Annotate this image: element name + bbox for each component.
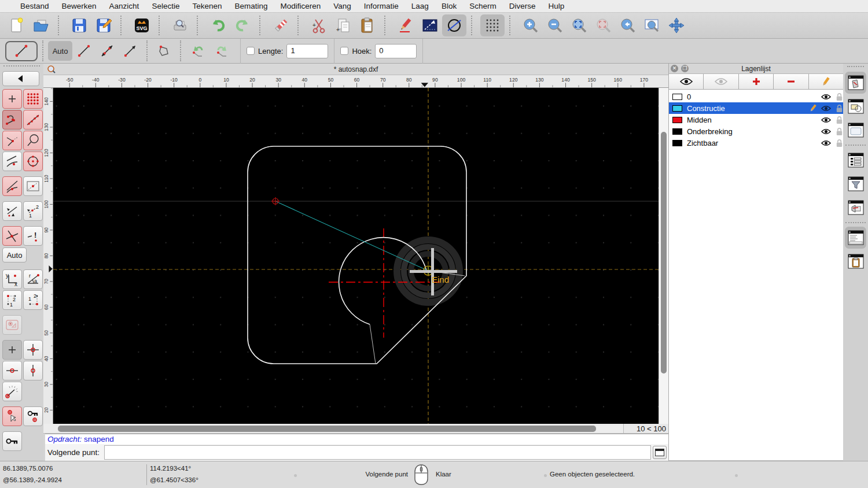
command-input[interactable] <box>104 445 651 460</box>
snap-nearest-button[interactable] <box>2 151 22 171</box>
hatch-dock-button[interactable] <box>845 197 866 219</box>
restrict-orthogonal-button[interactable] <box>23 340 43 360</box>
library-browser-dock-button[interactable] <box>845 119 866 141</box>
menu-bewerken[interactable]: Bewerken <box>56 0 103 13</box>
add-layer-button[interactable] <box>739 74 774 89</box>
menu-diverse[interactable]: Diverse <box>503 0 542 13</box>
line-both-directions-button[interactable] <box>95 41 119 61</box>
line-auto-mode-button[interactable]: Auto <box>48 41 72 61</box>
coords-polar-button[interactable]: ra <box>23 269 43 289</box>
snap-free-button[interactable] <box>2 89 22 109</box>
snap-intersection-button[interactable] <box>2 226 22 246</box>
cam-tool-button[interactable] <box>2 315 22 335</box>
line-ray-button[interactable] <box>119 41 142 61</box>
menu-hulp[interactable]: Hulp <box>542 0 571 13</box>
undo-segment-button[interactable] <box>186 41 210 61</box>
layer-visibility-icon[interactable] <box>818 116 827 124</box>
zoom-auto-button[interactable] <box>567 14 591 36</box>
corner-12-a-button[interactable]: 12 <box>2 290 22 310</box>
zoom-selection-button[interactable] <box>591 14 616 36</box>
layer-row-zichtbaar[interactable]: Zichtbaar <box>669 137 843 149</box>
lock-relative-zero-target-button[interactable] <box>23 406 43 426</box>
paste-button[interactable] <box>355 14 380 36</box>
redo-button[interactable] <box>230 14 255 36</box>
restrict-vertical-button[interactable] <box>23 361 43 380</box>
snap-distance-button[interactable] <box>23 131 43 150</box>
angle-gauge-button[interactable] <box>2 382 22 401</box>
current-tool-line-button[interactable] <box>5 41 38 61</box>
isometric-view-button[interactable] <box>442 14 466 36</box>
zoom-out-button[interactable] <box>543 14 567 36</box>
snap-on-entity-button[interactable] <box>23 110 43 130</box>
snap-auto-button[interactable]: Auto <box>2 247 27 263</box>
clipboard-dock-button[interactable] <box>845 250 866 272</box>
save-as-button[interactable] <box>91 14 116 36</box>
layer-edit-pencil-icon[interactable] <box>804 104 814 113</box>
svg-export-button[interactable]: SVG <box>130 14 154 36</box>
draw-pencil-button[interactable] <box>393 14 418 36</box>
delete-button[interactable] <box>269 14 293 36</box>
snap-grid-button[interactable] <box>23 89 43 109</box>
hoek-input[interactable]: 0 <box>375 44 417 58</box>
layer-row-0[interactable]: 0 <box>669 91 843 102</box>
menu-informatie[interactable]: Informatie <box>358 0 405 13</box>
menu-aanzicht[interactable]: Aanzicht <box>103 0 146 13</box>
snap-perpendicular-button[interactable] <box>2 131 22 150</box>
layer-row-onderbreking[interactable]: Onderbreking <box>669 125 843 137</box>
cut-button[interactable]: + <box>307 14 331 36</box>
set-relative-zero-button[interactable] <box>2 406 22 426</box>
save-button[interactable] <box>67 14 91 36</box>
layer-visibility-icon[interactable] <box>818 93 827 101</box>
vertical-scrollbar-thumb[interactable] <box>661 132 667 374</box>
vertical-scrollbar[interactable] <box>659 88 668 424</box>
hide-all-layers-button[interactable] <box>704 74 738 89</box>
layer-lock-icon[interactable] <box>831 93 841 101</box>
menu-tekenen[interactable]: Tekenen <box>186 0 228 13</box>
detach-icon[interactable]: ❐ <box>681 65 689 72</box>
command-window-button[interactable] <box>653 446 667 459</box>
snap-endpoints-button[interactable] <box>2 110 22 130</box>
snap-distance-12-button[interactable]: 12 <box>23 201 43 221</box>
menu-scherm[interactable]: Scherm <box>463 0 503 13</box>
menu-selectie[interactable]: Selectie <box>145 0 186 13</box>
layer-lock-icon[interactable] <box>831 139 841 147</box>
snap-center-button[interactable] <box>23 151 43 171</box>
block-list-dock-button[interactable] <box>845 95 866 117</box>
layer-lock-icon[interactable] <box>831 116 841 124</box>
corner-12-b-button[interactable]: 12 <box>23 290 43 310</box>
drawing-canvas[interactable]: Eind <box>53 88 659 424</box>
coords-cartesian-button[interactable]: yx <box>2 269 22 289</box>
layer-lock-icon[interactable] <box>831 104 841 113</box>
layer-visibility-icon[interactable] <box>818 127 827 136</box>
zoom-window-button[interactable] <box>640 14 664 36</box>
menu-laag[interactable]: Laag <box>405 0 435 13</box>
ortho-restrict-button[interactable] <box>418 14 442 36</box>
line-single-button[interactable] <box>72 41 95 61</box>
snap-middle-button[interactable] <box>23 176 43 196</box>
snap-reference-button[interactable] <box>2 201 22 221</box>
layer-visibility-icon[interactable] <box>818 139 827 147</box>
menu-vang[interactable]: Vang <box>327 0 358 13</box>
close-icon[interactable]: ✕ <box>671 65 678 72</box>
lengte-input[interactable]: 1 <box>286 44 328 58</box>
lock-relative-zero-button[interactable] <box>2 431 22 451</box>
zoom-in-button[interactable] <box>518 14 543 36</box>
back-button[interactable] <box>2 71 39 86</box>
zoom-previous-button[interactable] <box>616 14 640 36</box>
layer-row-constructie[interactable]: Constructie <box>669 102 843 114</box>
pan-button[interactable] <box>664 14 689 36</box>
pen-list-dock-button[interactable] <box>845 149 866 171</box>
menu-modificeren[interactable]: Modificeren <box>274 0 328 13</box>
layer-list-dock-button[interactable] <box>845 72 866 94</box>
layer-lock-icon[interactable] <box>831 127 841 136</box>
command-line-dock-button[interactable] <box>845 227 866 249</box>
grid-toggle-button[interactable] <box>480 14 505 36</box>
redo-segment-button[interactable] <box>210 41 234 61</box>
polyline-close-button[interactable] <box>152 41 175 61</box>
open-file-button[interactable] <box>29 14 53 36</box>
menu-blok[interactable]: Blok <box>435 0 463 13</box>
snap-tangential-button[interactable] <box>2 176 22 196</box>
restrict-off-button[interactable]: ! <box>23 226 43 246</box>
layer-row-midden[interactable]: Midden <box>669 114 843 125</box>
toolbar-handle[interactable] <box>3 65 40 70</box>
